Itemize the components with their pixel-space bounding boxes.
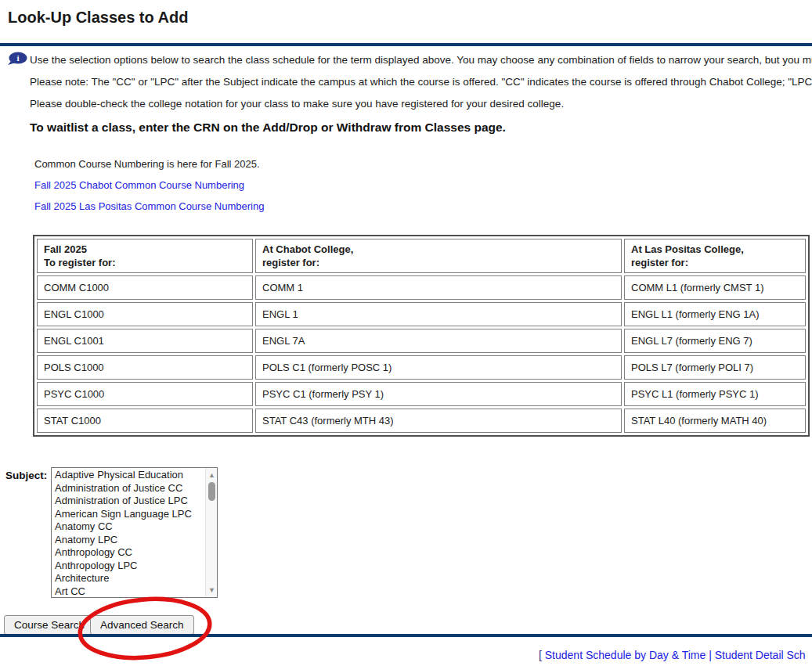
header-line: Fall 2025: [44, 243, 246, 256]
scroll-down-icon[interactable]: ▼: [206, 585, 218, 596]
subject-option[interactable]: Art CC: [52, 585, 204, 599]
lookup-classes-page: Look-Up Classes to Add i Use the selecti…: [0, 0, 812, 666]
header-chabot: At Chabot College, register for:: [255, 239, 622, 273]
table-cell: PSYC L1 (formerly PSYC 1): [624, 382, 806, 406]
footer-links: [ Student Schedule by Day & Time | Stude…: [539, 649, 806, 661]
student-schedule-day-time-link[interactable]: Student Schedule by Day & Time: [545, 649, 706, 661]
table-row: STAT C1000 STAT C43 (formerly MTH 43) ST…: [37, 409, 806, 433]
table-cell: PSYC C1 (formerly PSY 1): [255, 382, 622, 406]
advanced-search-button[interactable]: Advanced Search: [90, 615, 194, 635]
subject-option[interactable]: Administration of Justice LPC: [52, 495, 204, 508]
course-crosswalk-table: Fall 2025 To register for: At Chabot Col…: [33, 235, 810, 437]
table-cell: POLS C1000: [37, 355, 253, 380]
subject-option[interactable]: American Sign Language LPC: [52, 508, 204, 521]
table-cell: POLS L7 (formerly POLI 7): [624, 355, 806, 380]
table-cell: COMM L1 (formerly CMST 1): [624, 275, 806, 300]
footer-separator: |: [709, 649, 712, 661]
student-detail-schedule-link[interactable]: Student Detail Sch: [715, 649, 806, 661]
instruction-line-3: Please double-check the college notation…: [30, 97, 812, 110]
subject-option[interactable]: Administration of Justice CC: [52, 482, 204, 495]
subject-select[interactable]: Adaptive Physical Education Administrati…: [51, 467, 218, 598]
subject-options-list: Adaptive Physical Education Administrati…: [52, 469, 204, 598]
subject-option[interactable]: Anthropology CC: [52, 546, 204, 560]
footer-bracket: [: [539, 649, 542, 661]
subject-label: Subject:: [5, 470, 47, 481]
table-cell: STAT C1000: [37, 409, 253, 433]
table-cell: ENGL 1: [255, 302, 622, 326]
instruction-line-2: Please note: The "CC" or "LPC" after the…: [30, 75, 812, 88]
header-line: To register for:: [44, 256, 246, 269]
subject-option[interactable]: Architecture: [52, 572, 204, 585]
table-row: ENGL C1000 ENGL 1 ENGL L1 (formerly ENG …: [37, 302, 806, 326]
table-cell: ENGL C1000: [37, 302, 253, 326]
subject-option[interactable]: Adaptive Physical Education: [52, 469, 204, 482]
header-line: register for:: [631, 256, 799, 269]
instructions-block: Use the selection options below to searc…: [30, 53, 812, 135]
table-cell: COMM C1000: [37, 275, 253, 300]
table-cell: PSYC C1000: [37, 382, 253, 406]
subject-option[interactable]: Anthropology LPC: [52, 560, 204, 573]
page-title: Look-Up Classes to Add: [8, 9, 188, 27]
header-line: At Chabot College,: [262, 243, 615, 256]
las-positas-ccn-link[interactable]: Fall 2025 Las Positas Common Course Numb…: [34, 200, 264, 212]
table-cell: ENGL C1001: [37, 329, 253, 353]
table-cell: STAT L40 (formerly MATH 40): [624, 409, 806, 433]
table-row: POLS C1000 POLS C1 (formerly POSC 1) POL…: [37, 355, 806, 380]
table-row: PSYC C1000 PSYC C1 (formerly PSY 1) PSYC…: [37, 382, 806, 406]
svg-text:i: i: [16, 53, 19, 63]
ccn-intro-text: Common Course Numbering is here for Fall…: [34, 158, 264, 170]
header-line: register for:: [262, 256, 615, 269]
table-cell: ENGL L1 (formerly ENG 1A): [624, 302, 806, 326]
subject-option[interactable]: Anatomy LPC: [52, 534, 204, 547]
table-cell: ENGL L7 (formerly ENG 7): [624, 329, 806, 353]
bottom-divider: [0, 634, 812, 637]
scroll-up-icon[interactable]: ▲: [206, 470, 218, 481]
top-divider: [0, 43, 812, 46]
header-fall-2025: Fall 2025 To register for:: [37, 239, 253, 273]
course-search-button[interactable]: Course Search: [4, 615, 95, 635]
header-line: At Las Positas College,: [631, 243, 799, 256]
chabot-ccn-link[interactable]: Fall 2025 Chabot Common Course Numbering: [34, 179, 264, 191]
table-row: ENGL C1001 ENGL 7A ENGL L7 (formerly ENG…: [37, 329, 806, 353]
table-cell: COMM 1: [255, 275, 622, 300]
listbox-scrollbar[interactable]: ▲ ▼: [205, 468, 217, 597]
header-las-positas: At Las Positas College, register for:: [624, 239, 806, 273]
instruction-line-1: Use the selection options below to searc…: [30, 53, 812, 67]
table-cell: ENGL 7A: [255, 329, 622, 353]
common-course-numbering-block: Common Course Numbering is here for Fall…: [34, 158, 264, 221]
waitlist-heading: To waitlist a class, enter the CRN on th…: [30, 121, 812, 135]
table-header-row: Fall 2025 To register for: At Chabot Col…: [37, 239, 806, 273]
table-cell: POLS C1 (formerly POSC 1): [255, 355, 622, 380]
scrollbar-thumb[interactable]: [208, 482, 215, 501]
table-cell: STAT C43 (formerly MTH 43): [255, 409, 622, 433]
table-row: COMM C1000 COMM 1 COMM L1 (formerly CMST…: [37, 275, 806, 300]
info-bubble-icon: i: [6, 52, 27, 69]
subject-option[interactable]: Anatomy CC: [52, 520, 204, 534]
